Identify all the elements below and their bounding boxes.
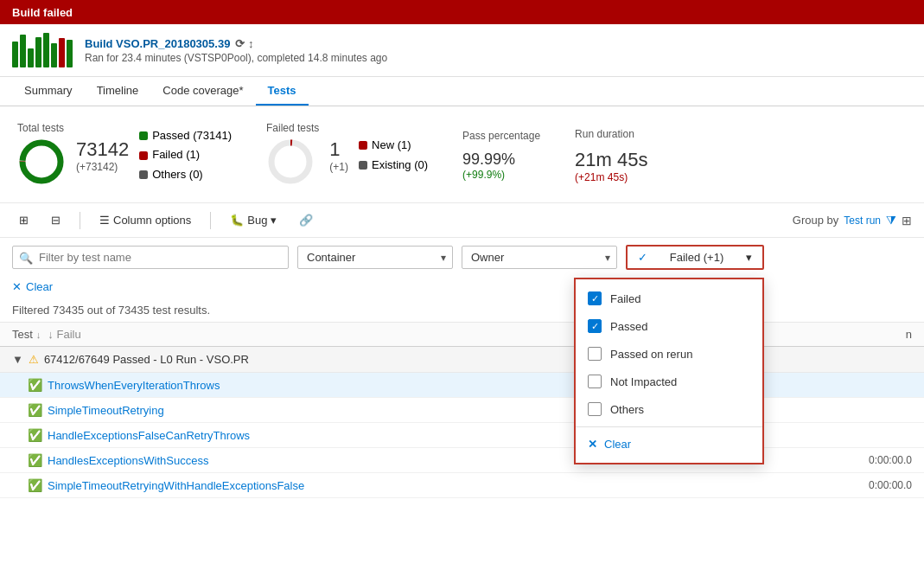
passed-on-rerun-checkbox[interactable] (588, 347, 602, 361)
nav-tab-tests[interactable]: Tests (256, 77, 309, 106)
build-bar (20, 35, 26, 67)
group-by-label: Group by Test run ⧩ ⊞ (793, 213, 912, 227)
popup-others-label: Others (610, 403, 644, 416)
status-dropdown-button[interactable]: ✓ Failed (+1) ▾ (626, 245, 764, 270)
total-tests-label: Total tests (17, 122, 66, 134)
column-options-button[interactable]: ☰ Column options (92, 210, 198, 230)
total-tests-value: 73142 (76, 138, 129, 161)
passed-dot (139, 131, 148, 140)
build-subtitle: Ran for 23.4 minutes (VSTSP0Pool), compl… (85, 52, 387, 64)
link-icon: 🔗 (299, 214, 313, 227)
collapse-all-button[interactable]: ⊟ (44, 210, 67, 230)
pass-pct-value: 99.99% (462, 151, 540, 169)
build-bar (51, 43, 57, 67)
popup-clear-button[interactable]: ✕ Clear (576, 431, 762, 458)
toolbar-sep-2 (210, 212, 211, 229)
failed-tests-delta: (+1) (329, 161, 348, 173)
column-options-icon: ☰ (99, 214, 110, 227)
passed-checkbox[interactable] (588, 319, 602, 333)
col-test-label: Test (12, 328, 33, 341)
failed-dot (139, 151, 148, 160)
test-group-row[interactable]: ▼ ⚠ 67412/67649 Passed - L0 Run - VSO.PR (0, 347, 924, 373)
clear-filters-button[interactable]: ✕ Clear (12, 280, 53, 293)
run-duration-delta: (+21m 45s) (575, 171, 647, 183)
popup-divider (576, 426, 762, 427)
others-checkbox[interactable] (588, 402, 602, 416)
filter-by-name-input[interactable] (12, 246, 289, 269)
nav-tab-code-coverage-[interactable]: Code coverage* (150, 77, 255, 106)
column-options-label: Column options (113, 214, 191, 227)
popup-item-passed-on-rerun[interactable]: Passed on rerun (576, 340, 762, 368)
bug-button[interactable]: 🐛 Bug ▾ (223, 210, 284, 230)
owner-dropdown[interactable]: Owner (462, 246, 617, 269)
col-dur: n (825, 328, 912, 341)
expand-all-button[interactable]: ⊞ (12, 210, 35, 230)
failed-tests-stat: Failed tests 1 (+1) New (1) Existing (0) (266, 122, 428, 189)
run-duration-stat: Run duration 21m 45s (+21m 45s) (575, 122, 647, 189)
minus-icon: ⊟ (51, 214, 61, 227)
test-row-3[interactable]: ✅ HandlesExceptionsWithSuccess 0:00:00.0 (0, 448, 924, 473)
popup-failed-label: Failed (610, 292, 640, 305)
pass-pct-delta: (+99.9%) (462, 169, 540, 181)
container-dropdown-wrap: Container (297, 246, 453, 269)
test-row-2[interactable]: ✅ HandleExceptionsFalseCanRetryThrows (0, 423, 924, 448)
test-name-4: SimpleTimeoutRetryingWithHandleException… (48, 479, 820, 492)
clear-label: Clear (26, 280, 53, 293)
existing-label: Existing (0) (372, 156, 428, 175)
refresh-icon[interactable]: ⟳ ↕ (235, 37, 253, 50)
bug-chevron-icon: ▾ (271, 214, 277, 227)
nav-tab-summary[interactable]: Summary (12, 77, 85, 106)
results-info-text: Filtered 73435 out of 73435 test results… (12, 304, 210, 317)
failed-tests-label: Failed tests (266, 122, 319, 134)
pass-icon-2: ✅ (28, 428, 42, 442)
build-status-text: Build failed (12, 6, 73, 19)
layout-icon[interactable]: ⊞ (902, 214, 912, 227)
failed-label: Failed (1) (152, 145, 200, 164)
test-row-0[interactable]: ✅ ThrowsWhenEveryIterationThrows (0, 373, 924, 398)
pass-pct-stat: Pass percentage 99.99% (+99.9%) (462, 122, 540, 189)
new-label: New (1) (372, 136, 411, 155)
sort-arrow: ↓ (36, 330, 41, 340)
others-dot (139, 170, 148, 179)
failed-tests-value: 1 (329, 138, 348, 161)
plus-icon: ⊞ (19, 214, 29, 227)
popup-item-failed[interactable]: Failed (576, 285, 762, 312)
passed-label: Passed (73141) (152, 126, 232, 145)
pass-pct-label: Pass percentage (462, 130, 540, 142)
status-btn-label: Failed (+1) (670, 251, 724, 264)
stats-row: Total tests 73142 (+73142) Passed (73141… (0, 106, 924, 203)
build-bar (43, 33, 49, 67)
total-tests-legend: Passed (73141) Failed (1) Others (0) (139, 126, 232, 183)
status-check-icon: ✓ (638, 251, 647, 264)
build-bar (35, 37, 41, 67)
not-impacted-checkbox[interactable] (588, 375, 602, 388)
popup-item-others[interactable]: Others (576, 395, 762, 423)
svg-point-3 (271, 143, 309, 181)
toolbar: ⊞ ⊟ ☰ Column options 🐛 Bug ▾ 🔗 Group by … (0, 203, 924, 238)
clear-row: ✕ Clear (0, 277, 924, 300)
total-tests-stat: Total tests 73142 (+73142) Passed (73141… (17, 122, 232, 189)
status-dropdown-popup: Failed Passed Passed on rerun Not Impact… (574, 278, 764, 464)
popup-item-not-impacted[interactable]: Not Impacted (576, 368, 762, 395)
new-dot (359, 141, 367, 150)
test-row-4[interactable]: ✅ SimpleTimeoutRetryingWithHandleExcepti… (0, 473, 924, 498)
total-tests-delta: (+73142) (76, 161, 129, 173)
group-by-text: Group by (793, 214, 838, 227)
group-collapse-icon: ▼ (12, 353, 23, 366)
popup-item-passed[interactable]: Passed (576, 312, 762, 340)
pass-icon-3: ✅ (28, 453, 42, 467)
nav-tab-timeline[interactable]: Timeline (85, 77, 151, 106)
link-button[interactable]: 🔗 (292, 210, 320, 230)
build-bars-chart (12, 33, 73, 67)
test-group-label: 67412/67649 Passed - L0 Run - VSO.PR (44, 353, 249, 366)
failed-checkbox[interactable] (588, 291, 602, 305)
test-row-1[interactable]: ✅ SimpleTimeoutRetrying (0, 398, 924, 423)
bug-label: Bug (247, 214, 267, 227)
container-dropdown[interactable]: Container (297, 246, 453, 269)
funnel-icon[interactable]: ⧩ (886, 213, 896, 227)
warning-icon: ⚠ (29, 353, 39, 366)
svg-point-1 (22, 143, 61, 181)
build-title: Build VSO.PR_20180305.39 ⟳ ↕ (85, 37, 387, 50)
build-bar (28, 48, 34, 67)
test-dur-3: 0:00:00.0 (825, 454, 912, 466)
